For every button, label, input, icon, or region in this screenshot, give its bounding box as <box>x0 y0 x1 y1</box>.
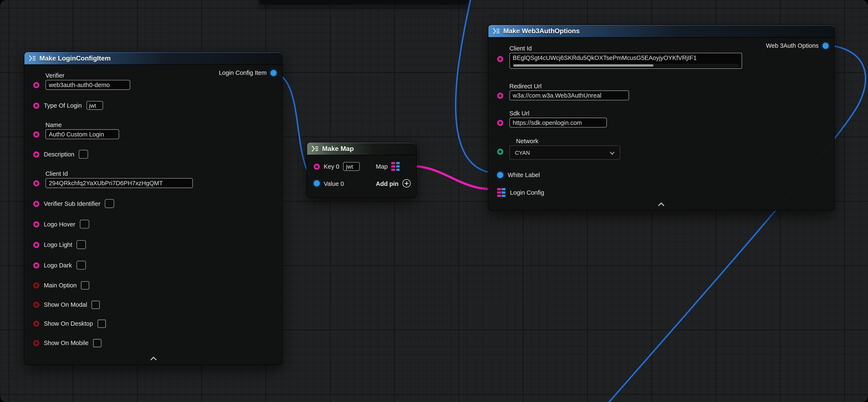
field-logo-light: Logo Light <box>31 240 277 250</box>
node-header-make-web3authoptions[interactable]: Make Web3AuthOptions <box>488 25 834 38</box>
pin-white-label[interactable] <box>497 172 503 178</box>
field-label: Value 0 <box>324 180 344 187</box>
add-pin-icon[interactable] <box>402 179 411 188</box>
pin-logo-light[interactable] <box>33 241 39 248</box>
main-option-checkbox[interactable] <box>81 281 90 289</box>
client-id-input[interactable]: BEglQSgt4cUWcj6SKRdu5QkOXTsePmMcusG5EAoy… <box>509 53 742 69</box>
pin-client-id[interactable] <box>497 56 503 62</box>
node-title: Make Map <box>322 145 354 153</box>
node-make-map[interactable]: Make Map Key 0 Map Value 0 Add pin <box>307 142 417 198</box>
key-0-input[interactable] <box>343 162 360 171</box>
pin-logo-hover[interactable] <box>33 221 39 227</box>
field-redirect-url: Redirect Url <box>495 83 829 100</box>
name-input[interactable] <box>45 129 119 139</box>
logo-hover-input[interactable] <box>80 220 89 229</box>
field-verifier: Verifier <box>31 72 277 90</box>
node-make-web3authoptions[interactable]: Make Web3AuthOptions Web 3Auth Options C… <box>488 24 835 211</box>
node-title: Make LoginConfigItem <box>39 54 111 62</box>
field-name: Name <box>31 121 277 139</box>
verifier-sub-identifier-input[interactable] <box>105 199 114 208</box>
output-pin-label: Map <box>376 163 388 170</box>
pin-description[interactable] <box>33 151 39 157</box>
field-description: Description <box>31 149 277 159</box>
field-logo-dark: Logo Dark <box>31 260 277 270</box>
field-logo-hover: Logo Hover <box>31 219 277 229</box>
field-label: Key 0 <box>324 163 339 170</box>
make-map-icon <box>312 145 319 152</box>
field-value-0: Value 0 <box>314 180 360 187</box>
field-label: Client Id <box>45 170 276 177</box>
pin-name[interactable] <box>33 132 39 138</box>
field-label: Verifier <box>45 72 276 79</box>
blueprint-editor-frame: Make LoginConfigItem Login Config Item V… <box>0 0 868 402</box>
blueprint-graph-canvas[interactable]: Make LoginConfigItem Login Config Item V… <box>0 0 868 402</box>
field-show-on-modal: Show On Modal <box>31 299 277 310</box>
network-selected-value: CYAN <box>515 149 530 155</box>
field-label: Show On Desktop <box>44 320 93 327</box>
redirect-url-input[interactable] <box>509 90 629 100</box>
field-label: Main Option <box>44 282 76 288</box>
node-header-make-loginconfigitem[interactable]: Make LoginConfigItem <box>24 52 282 65</box>
field-network: Network CYAN <box>495 138 829 160</box>
pin-logo-dark[interactable] <box>33 262 39 268</box>
field-label: Verifier Sub Identifier <box>44 200 100 207</box>
pin-show-on-modal[interactable] <box>33 302 39 308</box>
field-client-id: Client Id <box>31 170 277 188</box>
pin-client-id[interactable] <box>33 180 39 186</box>
logo-light-input[interactable] <box>77 240 86 249</box>
field-label: Show On Mobile <box>44 340 88 346</box>
pin-verifier-sub-identifier[interactable] <box>33 201 39 207</box>
add-pin-row[interactable]: Add pin <box>376 179 411 188</box>
show-on-desktop-checkbox[interactable] <box>97 319 106 327</box>
pin-key-0[interactable] <box>314 163 320 169</box>
field-client-id: Client Id BEglQSgt4cUWcj6SKRdu5QkOXTsePm… <box>495 45 829 69</box>
field-label: Name <box>45 121 276 128</box>
verifier-input[interactable] <box>45 80 130 90</box>
horizontal-scrollbar[interactable] <box>513 64 739 67</box>
make-struct-icon <box>29 55 36 62</box>
pin-login-config[interactable] <box>497 188 506 197</box>
pin-network[interactable] <box>497 149 503 155</box>
field-label: Client Id <box>509 45 829 52</box>
show-on-mobile-checkbox[interactable] <box>93 339 101 347</box>
field-main-option: Main Option <box>31 280 277 290</box>
output-pin-map[interactable] <box>392 162 400 171</box>
network-dropdown[interactable]: CYAN <box>509 145 620 160</box>
pin-show-on-desktop[interactable] <box>33 320 39 326</box>
field-show-on-desktop: Show On Desktop <box>31 318 277 328</box>
pin-value-0[interactable] <box>314 180 320 186</box>
pin-show-on-mobile[interactable] <box>33 340 39 346</box>
pin-verifier[interactable] <box>33 82 39 88</box>
type-of-login-input[interactable] <box>86 101 103 110</box>
field-label: Logo Dark <box>44 262 72 268</box>
field-label: Network <box>516 138 829 144</box>
collapse-node-button[interactable] <box>658 199 665 208</box>
field-label: Sdk Url <box>509 110 829 116</box>
node-make-loginconfigitem[interactable]: Make LoginConfigItem Login Config Item V… <box>24 52 283 365</box>
field-label: White Label <box>508 171 540 178</box>
chevron-down-icon <box>610 149 615 155</box>
description-input[interactable] <box>79 150 88 159</box>
pin-sdk-url[interactable] <box>497 120 503 126</box>
field-label: Login Config <box>510 189 544 196</box>
offscreen-node-edge[interactable] <box>259 0 468 4</box>
sdk-url-input[interactable] <box>509 117 607 127</box>
field-label: Show On Modal <box>44 301 87 308</box>
logo-dark-input[interactable] <box>76 261 86 269</box>
collapse-node-button[interactable] <box>150 353 157 363</box>
client-id-input[interactable] <box>45 178 193 188</box>
field-label: Description <box>44 151 74 158</box>
field-label: Redirect Url <box>509 83 829 89</box>
pin-main-option[interactable] <box>33 282 39 288</box>
field-white-label: White Label <box>495 170 829 179</box>
client-id-text: BEglQSgt4cUWcj6SKRdu5QkOXTsePmMcusG5EAoy… <box>513 54 739 63</box>
pin-type-of-login[interactable] <box>33 103 39 109</box>
make-struct-icon <box>493 28 500 34</box>
add-pin-label: Add pin <box>376 180 399 187</box>
show-on-modal-checkbox[interactable] <box>92 300 100 309</box>
field-show-on-mobile: Show On Mobile <box>31 338 277 348</box>
pin-redirect-url[interactable] <box>497 93 503 99</box>
node-header-make-map[interactable]: Make Map <box>307 143 416 155</box>
node-title: Make Web3AuthOptions <box>503 27 580 35</box>
map-output-row: Map <box>376 162 411 171</box>
